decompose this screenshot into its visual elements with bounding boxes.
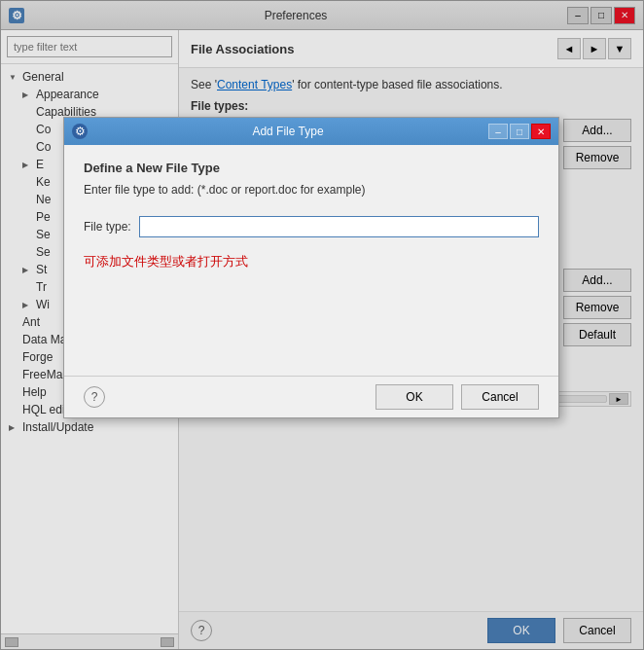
dialog-maximize-button[interactable]: □ — [510, 124, 529, 139]
dialog-section-title: Define a New File Type — [84, 161, 539, 175]
dialog-overlay: ⚙ Add File Type – □ ✕ Define a New File … — [0, 0, 644, 650]
dialog-minimize-button[interactable]: – — [488, 124, 508, 139]
dialog-controls: – □ ✕ — [488, 124, 551, 139]
dialog-action-buttons: OK Cancel — [376, 384, 539, 410]
dialog-close-button[interactable]: ✕ — [531, 124, 551, 139]
file-type-input[interactable] — [139, 216, 539, 237]
dialog-ok-button[interactable]: OK — [376, 384, 453, 410]
add-file-type-dialog: ⚙ Add File Type – □ ✕ Define a New File … — [63, 117, 559, 418]
dialog-icon: ⚙ — [72, 124, 88, 139]
dialog-description: Enter file type to add: (*.doc or report… — [84, 183, 539, 197]
dialog-body: Define a New File Type Enter file type t… — [64, 145, 558, 376]
dialog-hint: 可添加文件类型或者打开方式 — [84, 253, 539, 271]
dialog-title-bar: ⚙ Add File Type – □ ✕ — [64, 118, 558, 145]
dialog-field-label: File type: — [84, 220, 131, 234]
dialog-field: File type: — [84, 216, 539, 237]
dialog-footer: ? OK Cancel — [64, 376, 558, 417]
dialog-help-icon[interactable]: ? — [84, 386, 105, 408]
dialog-cancel-button[interactable]: Cancel — [461, 384, 539, 410]
dialog-title: Add File Type — [88, 125, 488, 138]
